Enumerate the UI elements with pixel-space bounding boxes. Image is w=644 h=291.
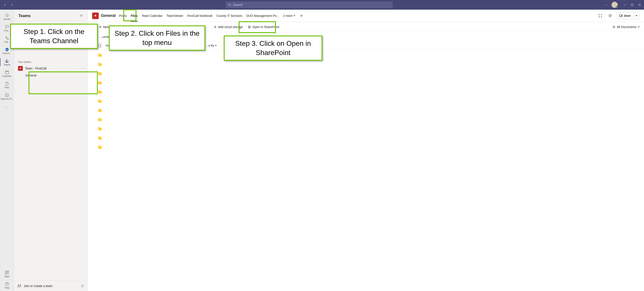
folder-icon (98, 109, 102, 112)
search-input[interactable]: Search (226, 1, 393, 8)
add-cloud-storage-button[interactable]: Add cloud storage (214, 25, 243, 29)
tab-posts[interactable]: Posts (119, 10, 127, 22)
channel-general[interactable]: General (14, 72, 88, 79)
channel-title: General (101, 13, 116, 18)
svg-point-0 (228, 4, 230, 6)
channel-avatar-icon (92, 12, 99, 19)
plus-icon (300, 14, 303, 17)
file-row[interactable] (88, 51, 644, 60)
folder-icon (98, 91, 102, 94)
rail-activity[interactable]: Activity (0, 11, 14, 22)
more-tabs-button[interactable]: 2 more (283, 14, 295, 17)
rail-tasks[interactable]: Tasks by Pl... (0, 91, 14, 102)
teams-settings-button[interactable] (80, 284, 84, 288)
filter-icon (80, 14, 83, 17)
video-icon (619, 14, 622, 17)
svg-point-7 (6, 60, 7, 61)
close-button[interactable] (638, 3, 641, 6)
title-bar: Search ··· (0, 0, 644, 10)
expand-icon (598, 14, 602, 17)
file-row[interactable] (88, 88, 644, 97)
file-icon (4, 81, 10, 86)
folder-icon (98, 100, 102, 103)
plus-icon (214, 25, 217, 28)
tab-county-it[interactable]: County IT Services (216, 10, 242, 22)
join-create-team[interactable]: Join or create a team (14, 281, 88, 291)
nav-forward-button[interactable] (9, 2, 15, 8)
rail-apps[interactable]: Apps (0, 268, 14, 280)
apps-icon (4, 270, 10, 275)
phone-icon (4, 36, 10, 40)
more-options[interactable]: ··· (604, 3, 608, 7)
add-tab-button[interactable] (299, 13, 304, 18)
tab-duo[interactable]: DUO Management Po... (246, 10, 279, 22)
search-icon (228, 3, 231, 6)
file-row[interactable] (88, 115, 644, 124)
help-icon (4, 282, 10, 287)
rail-calendar[interactable]: Calendar (0, 68, 14, 79)
plus-icon (99, 25, 102, 28)
svg-line-1 (230, 5, 231, 6)
files-list (88, 50, 644, 291)
all-documents-view[interactable]: All Documents (612, 25, 640, 29)
file-row[interactable] (88, 60, 644, 69)
rail-help[interactable]: Help (0, 280, 14, 291)
svg-point-22 (18, 285, 19, 286)
team-more-button[interactable]: ··· (82, 66, 85, 70)
gear-icon (80, 284, 84, 288)
chevron-left-icon (3, 3, 6, 6)
svg-rect-16 (5, 273, 6, 274)
file-row[interactable] (88, 78, 644, 88)
file-row[interactable] (88, 124, 644, 134)
file-row[interactable] (88, 134, 644, 143)
expand-button[interactable] (597, 12, 604, 19)
tab-team-calendar[interactable]: Team Calendar (142, 10, 162, 22)
folder-icon (98, 63, 102, 66)
meet-dropdown[interactable] (633, 12, 640, 19)
svg-point-8 (8, 60, 8, 61)
chevron-right-icon (10, 3, 14, 6)
list-icon (612, 25, 616, 28)
teams-filter-button[interactable] (80, 14, 83, 17)
tasks-icon (4, 93, 10, 97)
refresh-icon (608, 14, 612, 17)
folder-icon (98, 119, 102, 121)
teams-icon (4, 58, 10, 63)
rail-more[interactable]: ··· (5, 103, 9, 112)
nav-back-button[interactable] (2, 2, 8, 8)
rail-teams[interactable]: Teams (0, 56, 14, 68)
svg-point-34 (248, 27, 250, 28)
file-row[interactable] (88, 97, 644, 106)
file-row[interactable] (88, 69, 644, 78)
column-modified-by[interactable]: ...d By (206, 44, 217, 47)
user-avatar[interactable] (612, 2, 618, 8)
minimize-button[interactable] (623, 3, 626, 6)
meet-button[interactable]: Meet (616, 12, 633, 19)
folder-icon (98, 72, 102, 75)
open-in-sharepoint-button[interactable]: Open in SharePoint (248, 25, 279, 29)
tab-files[interactable]: Files (131, 10, 138, 22)
tab-notebook[interactable]: FirstCall Notebook (187, 10, 212, 22)
callout-step3: Step 3. Click on Open in SharePoint (224, 35, 322, 61)
file-row[interactable] (88, 143, 644, 152)
svg-rect-9 (5, 71, 8, 74)
svg-rect-14 (5, 271, 6, 272)
presence-indicator (616, 6, 618, 8)
rail-files[interactable]: Files (0, 79, 14, 91)
refresh-button[interactable] (606, 12, 614, 19)
team-row[interactable]: Team - FirstCall ··· (14, 65, 88, 72)
svg-point-24 (82, 285, 83, 287)
team-avatar-icon (18, 66, 23, 71)
callout-step1: Step 1. Click on the Teams Channel (10, 24, 98, 49)
sharepoint-icon (248, 25, 251, 29)
svg-rect-3 (631, 4, 633, 6)
folder-icon (98, 146, 102, 149)
maximize-button[interactable] (630, 3, 634, 6)
tab-teamviewer[interactable]: TeamViewer (166, 10, 183, 22)
folder-icon (98, 128, 102, 130)
file-row[interactable] (88, 106, 644, 115)
column-type[interactable] (98, 44, 101, 47)
teams-panel: Teams Your teams Team - FirstCall ··· Ge… (14, 10, 88, 291)
bell-icon (4, 13, 10, 18)
file-icon (98, 44, 101, 47)
